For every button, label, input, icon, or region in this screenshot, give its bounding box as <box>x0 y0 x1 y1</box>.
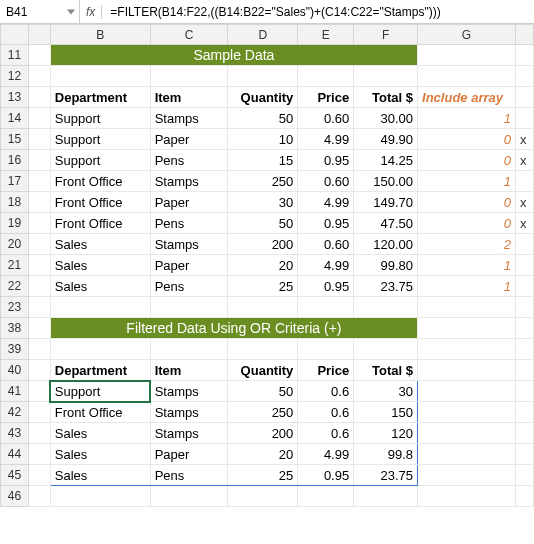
data1-row: 14SupportStamps500.6030.001 <box>1 108 534 129</box>
data2-row: 45SalesPens250.9523.75 <box>1 465 534 486</box>
col-c[interactable]: C <box>150 25 228 45</box>
col-g[interactable]: G <box>418 25 516 45</box>
row-46[interactable]: 46 <box>1 486 29 507</box>
hdr-include: Include array <box>418 87 516 108</box>
row-12[interactable]: 12 <box>1 66 29 87</box>
row-38[interactable]: 38 <box>1 318 29 339</box>
spreadsheet-grid[interactable]: B C D E F G 11Sample Data 12 13 Departme… <box>0 24 534 507</box>
data2-row: 42Front OfficeStamps2500.6150 <box>1 402 534 423</box>
hdr-price: Price <box>298 87 354 108</box>
hdr-qty: Quantity <box>228 87 298 108</box>
row-11[interactable]: 11 <box>1 45 29 66</box>
data1-row: 21SalesPaper204.9999.801 <box>1 255 534 276</box>
data1-row: 19Front OfficePens500.9547.500x <box>1 213 534 234</box>
row-39[interactable]: 39 <box>1 339 29 360</box>
hdr-dept: Department <box>50 87 150 108</box>
hdr-item: Item <box>150 87 228 108</box>
section1-title: Sample Data <box>50 45 417 66</box>
name-box-text: B41 <box>6 5 27 19</box>
data1-row: 22SalesPens250.9523.751 <box>1 276 534 297</box>
col-d[interactable]: D <box>228 25 298 45</box>
section2-title: Filtered Data Using OR Criteria (+) <box>50 318 417 339</box>
row-23[interactable]: 23 <box>1 297 29 318</box>
hdr-item2: Item <box>150 360 228 381</box>
data1-row: 20SalesStamps2000.60120.002 <box>1 234 534 255</box>
data1-row: 18Front OfficePaper304.99149.700x <box>1 192 534 213</box>
data2-row: 43SalesStamps2000.6120 <box>1 423 534 444</box>
hdr-total2: Total $ <box>354 360 418 381</box>
col-e[interactable]: E <box>298 25 354 45</box>
hdr-total: Total $ <box>354 87 418 108</box>
row-40[interactable]: 40 <box>1 360 29 381</box>
hdr-price2: Price <box>298 360 354 381</box>
data2-row: 44SalesPaper204.9999.8 <box>1 444 534 465</box>
col-f[interactable]: F <box>354 25 418 45</box>
column-headers: B C D E F G <box>1 25 534 45</box>
data1-row: 15SupportPaper104.9949.900x <box>1 129 534 150</box>
formula-input[interactable]: =FILTER(B14:F22,((B14:B22="Sales")+(C14:… <box>102 3 534 21</box>
row-13[interactable]: 13 <box>1 87 29 108</box>
data2-row: 41SupportStamps500.630 <box>1 381 534 402</box>
hdr-qty2: Quantity <box>228 360 298 381</box>
cell-B41[interactable]: Support <box>50 381 150 402</box>
col-b[interactable]: B <box>50 25 150 45</box>
col-a[interactable] <box>28 25 50 45</box>
name-box[interactable]: B41 <box>0 0 80 23</box>
data1-row: 16SupportPens150.9514.250x <box>1 150 534 171</box>
data1-row: 17Front OfficeStamps2500.60150.001 <box>1 171 534 192</box>
fx-button[interactable]: fx <box>80 5 102 19</box>
hdr-dept2: Department <box>50 360 150 381</box>
formula-bar: B41 fx =FILTER(B14:F22,((B14:B22="Sales"… <box>0 0 534 24</box>
